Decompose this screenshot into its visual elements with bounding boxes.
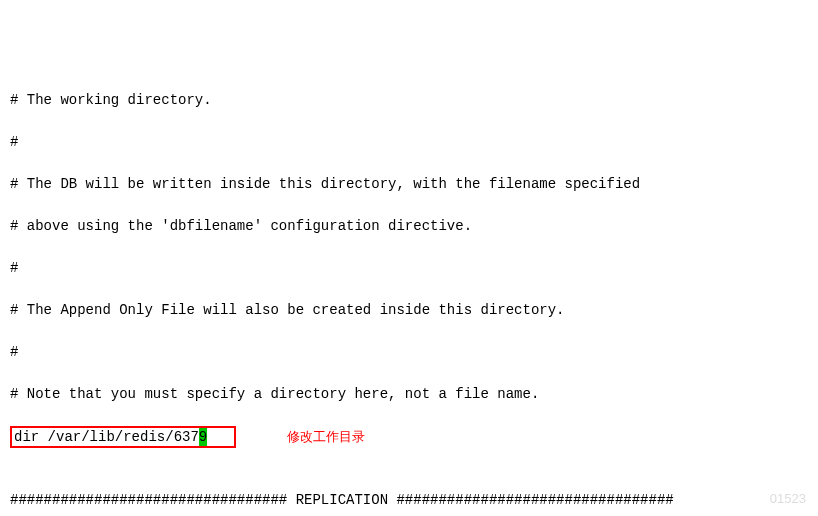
comment-line: # bbox=[10, 342, 808, 363]
comment-line: # The DB will be written inside this dir… bbox=[10, 174, 808, 195]
comment-line: # bbox=[10, 132, 808, 153]
comment-line: # bbox=[10, 258, 808, 279]
highlight-box: dir /var/lib/redis/6379 bbox=[10, 426, 236, 448]
section-header: ################################# REPLIC… bbox=[10, 490, 808, 511]
annotation-label: 修改工作目录 bbox=[287, 429, 365, 444]
dir-value: dir /var/lib/redis/637 bbox=[14, 429, 199, 445]
dir-config-line: dir /var/lib/redis/6379 修改工作目录 bbox=[10, 426, 808, 448]
cursor-icon: 9 bbox=[199, 428, 207, 446]
comment-line: # The working directory. bbox=[10, 90, 808, 111]
comment-line: # Note that you must specify a directory… bbox=[10, 384, 808, 405]
comment-line: # The Append Only File will also be crea… bbox=[10, 300, 808, 321]
comment-line: # above using the 'dbfilename' configura… bbox=[10, 216, 808, 237]
